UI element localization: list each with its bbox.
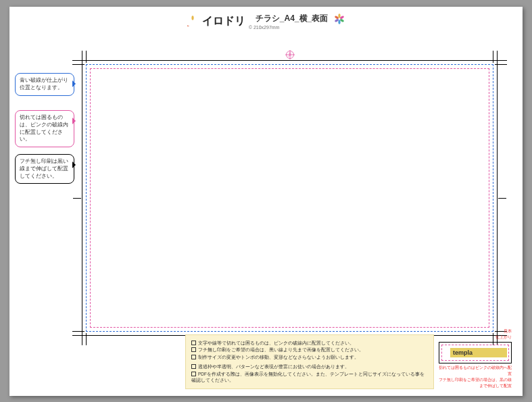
safe-frame [90,68,489,328]
template-page: イロドリ チラシ_A4_横_表面 © 210x297mm [9,7,523,396]
doc-title: チラシ_A4_横_表面 [256,13,328,24]
note-item: 文字や線等で切れては困るものは、ピンクの破線内に配置してください。 [191,340,428,347]
flower-icon [334,14,345,24]
callout-bleed: フチ無し印刷は黒い線まで伸ばして配置してください。 [15,154,74,184]
svg-point-6 [338,14,340,18]
note-item: フチ無し印刷をご希望の場合は、黒い線より先まで画像を配置してください。 [191,347,428,353]
brand-name: イロドリ [202,14,245,28]
doc-subtitle: © 210x297mm [249,25,345,30]
sample-box: templa [439,342,512,363]
page-header: イロドリ チラシ_A4_横_表面 © 210x297mm [9,12,523,30]
sample-preview: 見本 仕上がり templa 切れては困るものはピンクの破線内へ配置 フチ無し印… [439,328,512,389]
callout-safe: 切れては困るものは、ピンクの破線内に配置してください。 [15,110,74,147]
registration-mark-top: 天 [285,50,295,59]
artboard: 天 地 [70,49,509,347]
crop-mark [73,198,81,199]
brand: イロドリ [187,14,245,28]
note-item: 透過枠や半透明、パターンなど表現が豊富にお使いの場合があります。 [191,363,428,370]
sample-caption: 切れては困るものはピンクの破線内へ配置 [439,365,512,377]
sample-label: 見本 仕上がり [439,328,512,341]
crop-mark [498,198,506,199]
svg-point-5 [187,25,191,26]
svg-text:天: 天 [288,53,292,57]
svg-point-0 [192,16,194,20]
sample-caption: フチ無し印刷をご希望の場合は、黒の線まで伸ばして配置 [439,377,512,389]
callout-text: 切れては困るものは、ピンクの破線内に配置してください。 [20,114,68,142]
flower-icon [187,16,198,26]
svg-point-9 [338,20,340,24]
callout-trim: 青い破線が仕上がり位置となります。 [15,73,74,96]
callout-text: フチ無し印刷は黒い線まで伸ばして配置してください。 [20,158,68,179]
callout-text: 青い破線が仕上がり位置となります。 [20,77,68,91]
sample-text: templa [450,348,507,357]
note-item: PDFを作成する際は、画像表示を無効化してください。また、テンプレートと同じサイ… [191,371,428,384]
note-item: 制作サイズの変更やトンボの移動、変形などなさらないようお願いします。 [191,354,428,361]
notes-box: 文字や線等で切れては困るものは、ピンクの破線内に配置してください。 フチ無し印刷… [185,334,434,390]
